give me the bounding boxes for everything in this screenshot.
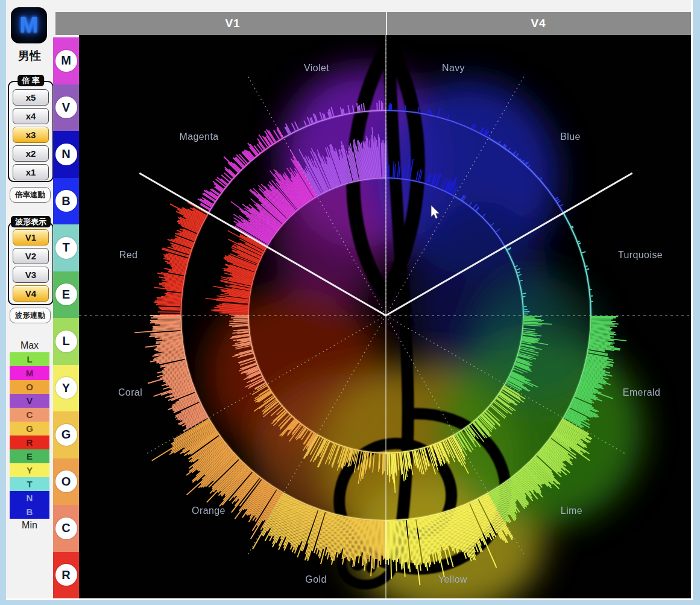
channel-header-bar: V1 V4 xyxy=(55,12,691,35)
strip-letter: T xyxy=(55,237,77,259)
legend-row-y: Y xyxy=(10,463,49,477)
strip-letter: B xyxy=(55,190,77,212)
legend-row-g: G xyxy=(10,422,49,436)
legend-row-o: O xyxy=(10,380,49,394)
wave-button-v1[interactable]: V1 xyxy=(13,229,49,245)
sector-label-red: Red xyxy=(119,250,138,261)
strip-letter: Y xyxy=(55,377,77,399)
legend-row-n: N xyxy=(10,491,49,505)
sector-label-blue: Blue xyxy=(560,131,581,142)
legend-row-v: V xyxy=(10,394,49,408)
header-divider xyxy=(386,12,387,35)
mag-button-x2[interactable]: x2 xyxy=(13,145,49,162)
wave-button-v2[interactable]: V2 xyxy=(13,248,49,264)
legend-max-label: Max xyxy=(6,340,53,351)
legend-row-l: L xyxy=(10,352,49,366)
legend-row-t: T xyxy=(10,477,49,491)
sector-label-orange: Orange xyxy=(192,505,225,516)
magnification-buttons: x5x4x3x2x1 xyxy=(9,89,52,180)
strip-item-b: B xyxy=(53,178,79,225)
strip-letter: G xyxy=(55,424,77,446)
strip-item-g: G xyxy=(53,411,79,458)
mag-button-x5[interactable]: x5 xyxy=(13,89,49,106)
sector-label-magenta: Magenta xyxy=(179,131,218,142)
sector-label-yellow: Yellow xyxy=(438,574,467,585)
strip-item-v: V xyxy=(53,84,79,131)
strip-item-t: T xyxy=(53,224,79,271)
mag-button-x3[interactable]: x3 xyxy=(13,127,49,143)
legend-row-m: M xyxy=(10,366,49,380)
sidebar: M 男性 倍 率 x5x4x3x2x1 倍率連動 波形表示 V1V2V3V4 波… xyxy=(6,0,53,598)
waveform-link-button[interactable]: 波形連動 xyxy=(10,308,51,323)
sector-label-lime: Lime xyxy=(561,505,582,516)
strip-letter: O xyxy=(55,470,77,492)
legend-row-c: C xyxy=(10,408,49,422)
sector-label-navy: Navy xyxy=(442,63,465,74)
legend-row-b: B xyxy=(10,505,49,519)
magnification-group: 倍 率 x5x4x3x2x1 xyxy=(8,81,54,182)
gender-logo-letter: M xyxy=(20,13,39,38)
strip-letter: C xyxy=(55,518,77,539)
sector-label-violet: Violet xyxy=(304,63,329,74)
spectrum-svg xyxy=(79,35,691,598)
legend-row-e: E xyxy=(10,449,49,463)
waveform-group: 波形表示 V1V2V3V4 xyxy=(8,222,54,305)
waveform-buttons: V1V2V3V4 xyxy=(9,229,52,302)
sector-label-gold: Gold xyxy=(305,574,326,585)
magnification-group-title: 倍 率 xyxy=(17,75,44,86)
waveform-group-title: 波形表示 xyxy=(11,216,51,227)
strip-item-m: M xyxy=(53,37,79,84)
app-window: { "header": { "left_label": "V1", "right… xyxy=(0,0,700,605)
gender-label: 男性 xyxy=(6,48,53,64)
mouse-cursor-icon xyxy=(430,204,441,220)
sector-label-coral: Coral xyxy=(118,387,142,398)
color-legend: LMOVCGREYTNB xyxy=(10,352,49,519)
strip-item-c: C xyxy=(53,505,79,552)
window-edge-bottom xyxy=(6,598,693,600)
window-edge-right xyxy=(691,0,693,598)
strip-letter: V xyxy=(55,97,77,118)
header-label-v4: V4 xyxy=(531,17,546,30)
strip-item-n: N xyxy=(53,131,79,178)
strip-item-r: R xyxy=(53,552,79,599)
strip-letter: E xyxy=(55,283,77,305)
gender-logo: M xyxy=(11,7,47,43)
legend-row-r: R xyxy=(10,436,49,449)
color-strip: MVNBTELYGOCR xyxy=(53,37,79,598)
strip-item-e: E xyxy=(53,271,79,318)
strip-letter: L xyxy=(55,331,77,352)
mag-button-x1[interactable]: x1 xyxy=(13,164,49,180)
mag-button-x4[interactable]: x4 xyxy=(13,108,49,124)
strip-item-l: L xyxy=(53,318,79,365)
strip-letter: N xyxy=(55,144,77,165)
magnification-link-button[interactable]: 倍率連動 xyxy=(10,187,51,203)
wave-button-v4[interactable]: V4 xyxy=(13,285,49,302)
sector-label-emerald: Emerald xyxy=(623,387,660,398)
strip-letter: M xyxy=(55,50,77,72)
strip-letter: R xyxy=(55,564,77,586)
legend-min-label: Min xyxy=(6,520,53,531)
spectrum-panel: TurquoiseBlueNavyVioletMagentaRedCoralOr… xyxy=(79,35,691,598)
header-label-v1: V1 xyxy=(225,17,240,30)
sector-label-turquoise: Turquoise xyxy=(618,250,663,261)
strip-item-y: Y xyxy=(53,365,79,412)
wave-button-v3[interactable]: V3 xyxy=(13,267,49,283)
strip-item-o: O xyxy=(53,458,79,505)
